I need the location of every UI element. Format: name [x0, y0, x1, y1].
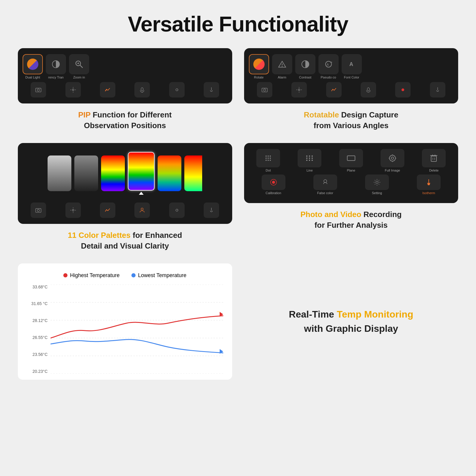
icon-rotate: Rotate [249, 54, 269, 79]
top-grid: Dual Light rency Tran [18, 48, 458, 131]
zoom-box[interactable] [69, 54, 89, 74]
pip-text: PIP Function for DifferentObservation Po… [78, 109, 172, 131]
chart-y-labels: 33.68°C 31.65 °C 28.12°C 26.55°C 23.56°C… [27, 285, 51, 374]
p-small-5[interactable] [169, 202, 185, 218]
trend-icon-3 [104, 207, 111, 213]
svg-rect-5 [36, 88, 41, 92]
r-small-1[interactable] [257, 82, 272, 98]
rec-dot: Dot [256, 149, 280, 172]
recording-highlight: Photo and Video [301, 210, 362, 219]
r-small-2[interactable] [291, 82, 307, 98]
alarm-box[interactable] [272, 54, 292, 74]
svg-rect-43 [306, 160, 307, 161]
svg-point-10 [176, 89, 178, 91]
svg-point-24 [37, 209, 40, 211]
legend-low-label: Lowest Temperature [138, 272, 186, 279]
feature-recording: Dot [244, 143, 458, 252]
svg-point-26 [141, 208, 143, 210]
small-icon-4[interactable] [134, 82, 150, 98]
temp-icon [208, 87, 215, 93]
pseudo-icon: A [324, 59, 333, 69]
swatch-rainbow3 [158, 155, 181, 191]
svg-point-48 [391, 157, 394, 159]
swatch-dark [74, 155, 98, 191]
transparency-icon [51, 59, 61, 69]
svg-point-13 [282, 66, 282, 67]
svg-rect-45 [312, 160, 313, 161]
zoom-label: Zoom in [73, 76, 85, 79]
palette-highlight: 11 Color Palettes [68, 231, 131, 240]
monitoring-highlight: Temp Monitoring [337, 309, 413, 320]
r-small-5[interactable] [395, 82, 411, 98]
icon-pseudo: A Pseudo co [318, 54, 339, 79]
svg-point-6 [37, 89, 40, 91]
dot-box[interactable] [256, 149, 280, 167]
rec-red-icon [400, 87, 406, 93]
setting-box[interactable] [365, 175, 389, 190]
plane-box[interactable] [339, 149, 363, 167]
y-label-6: 20.23°C [27, 369, 51, 374]
swatch-rainbow2-selected [128, 152, 155, 191]
small-icon-6[interactable] [204, 82, 219, 98]
r-small-3[interactable] [326, 82, 342, 98]
small-icon-3[interactable] [100, 82, 115, 98]
palette-swatches [23, 149, 227, 201]
r-small-4[interactable] [361, 82, 376, 98]
temp-icon-2 [434, 87, 441, 93]
p-small-2[interactable] [65, 202, 81, 218]
transparency-box[interactable] [46, 54, 66, 74]
calibration-box[interactable] [262, 175, 285, 190]
svg-point-47 [389, 155, 395, 161]
delete-icon [430, 154, 438, 163]
false-color-icon [321, 178, 329, 186]
svg-rect-37 [306, 155, 307, 157]
small-icon-2[interactable] [65, 82, 81, 98]
false-color-box[interactable] [313, 175, 337, 190]
contrast-box[interactable] [295, 54, 315, 74]
pseudo-box[interactable]: A [318, 54, 339, 74]
font-color-label: Font Color [344, 76, 359, 79]
rec-isotherm: Isotherm [417, 175, 441, 195]
svg-rect-40 [306, 158, 307, 159]
svg-point-29 [268, 155, 269, 157]
page-container: Versatile Functionality Dual Light [0, 0, 476, 476]
svg-point-33 [270, 158, 271, 159]
swatch-edge [184, 155, 202, 191]
rec-icon [174, 87, 180, 93]
contrast-icon [301, 59, 310, 69]
setting-label: Setting [372, 191, 382, 195]
pip-icons-row: Dual Light rency Tran [23, 54, 227, 79]
line-box[interactable] [298, 149, 321, 167]
delete-box[interactable] [422, 149, 446, 167]
rotate-box[interactable] [249, 54, 269, 74]
dual-light-box[interactable] [23, 54, 43, 74]
svg-point-22 [402, 88, 404, 91]
p-small-1[interactable] [31, 202, 46, 218]
font-color-box[interactable]: A [342, 54, 362, 74]
svg-point-30 [270, 155, 271, 157]
p-small-4[interactable] [134, 202, 150, 218]
p-small-6[interactable] [204, 202, 219, 218]
monitoring-text-section: Real-Time Temp Monitoring with Graphic D… [244, 263, 458, 380]
small-icon-5[interactable] [169, 82, 185, 98]
chart-svg [51, 285, 223, 374]
small-icon-1[interactable] [31, 82, 46, 98]
isotherm-box[interactable] [417, 175, 441, 190]
full-image-box[interactable] [381, 149, 404, 167]
p-small-3[interactable] [100, 202, 115, 218]
svg-text:A: A [327, 63, 329, 66]
y-label-3: 28.12°C [27, 318, 51, 323]
svg-line-2 [80, 65, 83, 68]
rec-delete: Delete [422, 149, 446, 172]
line-grid-icon [305, 154, 314, 163]
svg-rect-18 [262, 88, 267, 92]
legend-dot-high [63, 273, 67, 277]
rec-line: Line [298, 149, 321, 172]
false-color-label: False color [317, 191, 333, 195]
rec-full-image: Full Image [381, 149, 404, 172]
alarm-icon [277, 59, 287, 69]
svg-point-31 [266, 158, 267, 159]
mic-icon-2 [365, 87, 372, 93]
rec-top-row: Dot [249, 149, 454, 172]
r-small-6[interactable] [430, 82, 445, 98]
